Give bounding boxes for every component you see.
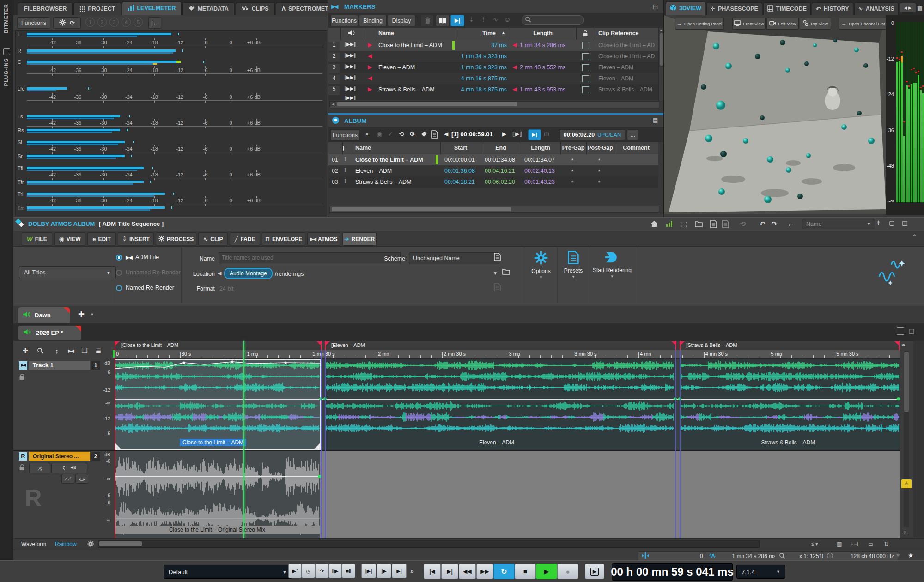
track2-routing-button[interactable]: ⤨ xyxy=(29,463,50,473)
region-end-flag[interactable] xyxy=(321,341,322,350)
track1-lock-icon[interactable] xyxy=(19,373,25,382)
meter-view-icon[interactable]: ⊦⊣ xyxy=(851,541,858,547)
menu-process[interactable]: PROCESS xyxy=(156,232,196,246)
tab-clips[interactable]: CLIPS xyxy=(236,2,275,15)
stop-button[interactable]: ■ xyxy=(515,564,536,579)
options-button[interactable]: Options▼ xyxy=(526,250,556,294)
reset-peaks-button[interactable]: |← xyxy=(148,17,161,29)
open-setting-panel-button[interactable]: →Open Setting Panel xyxy=(675,18,724,30)
album-total-box[interactable]: 00:06:02.20UPC/EAN xyxy=(559,129,625,140)
top-view-button[interactable]: Top View xyxy=(800,18,831,30)
tab-phasescope[interactable]: ✛PHASESCOPE xyxy=(706,2,762,15)
warning-icon[interactable]: ⚠ xyxy=(901,479,912,488)
scroll-thumb[interactable] xyxy=(660,33,663,66)
tab-plugins[interactable]: PLUG-INS xyxy=(3,58,9,86)
location-dropdown-icon[interactable]: ▼ xyxy=(493,271,498,276)
playhead-line[interactable] xyxy=(243,341,244,538)
location-back-icon[interactable]: ◀ xyxy=(218,270,221,276)
marker-row-4[interactable]: 4∥▶▶∥◀4 mn 16 s 875 msEleven – ADM xyxy=(328,73,658,85)
home-icon[interactable] xyxy=(649,219,660,228)
reset-icon[interactable]: ⟳ xyxy=(70,19,75,26)
track1-atmos-icon[interactable]: ▶◀ xyxy=(19,361,27,370)
render-name-input[interactable] xyxy=(219,252,401,263)
play-selection-button[interactable]: |▶| xyxy=(361,564,376,578)
presets-button[interactable]: Presets▼ xyxy=(559,250,588,294)
lock-checkbox[interactable] xyxy=(582,75,589,82)
menu-envelope[interactable]: ⊓ENVELOPE xyxy=(262,232,305,246)
left-view-button[interactable]: Left View xyxy=(766,18,799,30)
meter-preset-1[interactable]: 1 xyxy=(85,18,95,27)
maximize-icon[interactable]: ▢ xyxy=(889,219,894,226)
tab-analysis[interactable]: ∿ANALYSIS xyxy=(854,2,899,15)
zoom-preset-icon[interactable]: ≤ ▾ xyxy=(811,541,818,547)
scheme-select[interactable]: Unchanged Name xyxy=(409,252,499,264)
lock-checkbox[interactable] xyxy=(582,42,589,49)
open-channel-list-button[interactable]: ←Open Channel List xyxy=(839,18,888,30)
marker-row-2[interactable]: 2∥▶▶∥◀1 mn 34 s 323 msClose to the Limit… xyxy=(328,51,658,62)
album-hscrollbar[interactable] xyxy=(329,206,659,213)
marker-list-icon[interactable] xyxy=(436,15,450,26)
radio-named-re-render[interactable]: Named Re-Render xyxy=(116,283,174,292)
clock-button[interactable]: ◷ xyxy=(302,564,315,578)
prev-title-icon[interactable]: ◀ xyxy=(444,131,448,137)
location-chip[interactable]: Audio Montage xyxy=(224,268,273,279)
marker-search-input[interactable] xyxy=(522,15,584,25)
markers-hscrollbar[interactable]: ◀ xyxy=(329,101,659,108)
region-end-flag[interactable] xyxy=(675,341,676,350)
start-rendering-button[interactable]: Start Rendering▼ xyxy=(591,250,633,294)
next-title-icon[interactable]: ▶ xyxy=(502,131,506,137)
status-cursor[interactable]: 0 s xyxy=(638,551,711,561)
panel-menu-icon[interactable]: ▤ xyxy=(653,117,658,123)
montage-start-marker[interactable] xyxy=(113,350,115,358)
lock-checkbox[interactable] xyxy=(582,64,589,71)
tab-bitmeter[interactable]: BITMETER xyxy=(3,4,9,33)
export-file-icon[interactable] xyxy=(720,219,731,228)
track2-name[interactable]: Original Stereo ... xyxy=(29,452,90,461)
tab-levelmeter[interactable]: LEVELMETER xyxy=(122,1,182,15)
scroll-thumb[interactable] xyxy=(332,207,511,211)
location-folder-icon[interactable] xyxy=(502,268,510,276)
vscroll-thumb[interactable] xyxy=(904,352,909,412)
scroll-left-icon[interactable]: ◀ xyxy=(330,102,336,106)
preroll-play-button[interactable]: ▶˙ xyxy=(288,564,302,578)
radio-unnamed-re-render[interactable]: Unnamed Re-Render xyxy=(116,268,181,277)
ribbon-collapse-icon[interactable]: ⌃ xyxy=(912,233,917,240)
pause-play-button[interactable]: ‖▶ xyxy=(328,564,342,578)
snapshot-icon[interactable]: ✶ xyxy=(895,552,901,559)
favorite-icon[interactable]: ★ xyxy=(908,552,914,559)
fit-vertical-icon[interactable]: ↕ xyxy=(51,346,62,356)
track2-connector-button[interactable]: -□- xyxy=(75,474,88,484)
add-lane-icon[interactable]: + xyxy=(903,528,907,536)
add-montage-dropdown-icon[interactable]: ▼ xyxy=(90,312,94,317)
add-montage-button[interactable]: + xyxy=(74,308,88,321)
grid-green-icon[interactable] xyxy=(663,219,675,228)
tab-timecode[interactable]: TIMECODE xyxy=(763,2,811,15)
track2-empty-region[interactable] xyxy=(320,451,900,538)
redo-icon[interactable]: ↷ xyxy=(769,219,780,228)
view-mode-icon[interactable] xyxy=(897,327,904,335)
play-from-button[interactable]: |▶ xyxy=(377,564,391,578)
more-transport-icon[interactable]: » xyxy=(410,567,414,575)
scroll-thumb[interactable] xyxy=(337,102,517,106)
region-end-flag[interactable] xyxy=(899,341,900,350)
meter-preset-2[interactable]: 2 xyxy=(97,18,107,27)
play-to-title-icon[interactable]: ▶| xyxy=(528,129,541,140)
status-zoom[interactable]: x 1: 12518 xyxy=(775,551,829,561)
menu-render[interactable]: ➔RENDER xyxy=(342,232,377,246)
play-options-button[interactable]: ▶ xyxy=(585,564,604,579)
filter-icon[interactable]: ⇟ xyxy=(876,219,881,226)
menu-file[interactable]: WFILE xyxy=(22,232,52,246)
timeline-hscrollbar[interactable] xyxy=(98,540,760,548)
atmos-focus-icon[interactable]: ▶◀ xyxy=(65,346,76,356)
tab-metadata[interactable]: METADATA xyxy=(182,2,234,15)
menu-atmos[interactable]: ▶◀ATMOS xyxy=(307,232,340,246)
ruler-options-icon[interactable]: ≣ xyxy=(93,346,104,356)
snap-cursor-icon[interactable]: ▶| xyxy=(450,15,464,26)
go-start-button[interactable]: |◀ xyxy=(424,564,441,579)
radio-adm-file[interactable]: ▶◀ADM File xyxy=(116,253,159,262)
loop-button[interactable]: ↻ xyxy=(493,564,515,579)
display-button[interactable]: Display xyxy=(388,15,415,26)
focus-title-icon[interactable]: ⟦▶⟧ xyxy=(512,131,522,137)
front-view-button[interactable]: Front View xyxy=(732,18,766,30)
loop-title-icon[interactable]: ⟲ xyxy=(399,130,404,138)
